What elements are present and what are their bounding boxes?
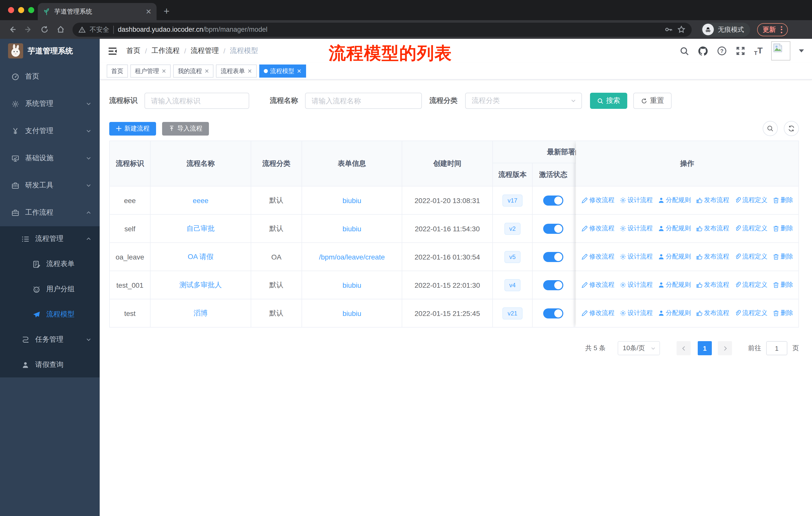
- action-分配规则[interactable]: 分配规则: [658, 224, 691, 233]
- prev-page-button[interactable]: [676, 341, 691, 355]
- refresh-icon[interactable]: [784, 121, 799, 136]
- sidebar-item-流程表单[interactable]: 流程表单: [0, 251, 100, 277]
- action-设计流程[interactable]: 设计流程: [619, 309, 653, 318]
- active-toggle[interactable]: [543, 280, 563, 290]
- active-toggle[interactable]: [543, 308, 563, 318]
- cell-form[interactable]: biubiu: [302, 299, 402, 327]
- import-model-button[interactable]: 导入流程: [162, 122, 209, 135]
- user-avatar[interactable]: [771, 41, 790, 60]
- sidebar-item-用户分组[interactable]: 用户分组: [0, 277, 100, 302]
- cell-form[interactable]: biubiu: [302, 215, 402, 242]
- version-badge[interactable]: v17: [503, 194, 523, 206]
- font-size-icon[interactable]: TT: [754, 46, 763, 56]
- form-link[interactable]: biubiu: [343, 224, 361, 233]
- sidebar-item-首页[interactable]: 首页: [0, 63, 100, 90]
- fullscreen-icon[interactable]: [735, 46, 746, 56]
- action-发布流程[interactable]: 发布流程: [696, 224, 729, 233]
- action-修改流程[interactable]: 修改流程: [581, 309, 614, 318]
- tag-view-首页[interactable]: 首页: [107, 64, 128, 78]
- action-发布流程[interactable]: 发布流程: [696, 309, 729, 318]
- action-发布流程[interactable]: 发布流程: [696, 252, 729, 261]
- form-link[interactable]: biubiu: [343, 281, 361, 289]
- action-设计流程[interactable]: 设计流程: [619, 252, 653, 261]
- tab-close-icon[interactable]: ✕: [146, 7, 151, 16]
- active-toggle[interactable]: [543, 223, 563, 234]
- cell-version[interactable]: v5: [493, 243, 532, 271]
- action-流程定义[interactable]: 流程定义: [734, 309, 767, 318]
- github-icon[interactable]: [698, 46, 708, 56]
- filter-name-input[interactable]: [305, 93, 422, 109]
- browser-update-button[interactable]: 更新: [757, 23, 788, 36]
- next-page-button[interactable]: [718, 341, 732, 355]
- action-分配规则[interactable]: 分配规则: [658, 281, 691, 289]
- sidebar-logo[interactable]: 芋道管理系统: [0, 39, 100, 63]
- filter-category-select[interactable]: 流程分类: [465, 93, 582, 109]
- close-window-icon[interactable]: [8, 7, 14, 13]
- tag-view-租户管理[interactable]: 租户管理✕: [130, 64, 171, 78]
- version-badge[interactable]: v5: [504, 251, 521, 263]
- cell-form[interactable]: biubiu: [302, 186, 402, 214]
- tag-close-icon[interactable]: ✕: [248, 68, 252, 74]
- help-icon[interactable]: ?: [717, 46, 727, 56]
- action-修改流程[interactable]: 修改流程: [581, 281, 614, 289]
- reload-icon[interactable]: [37, 22, 51, 36]
- tag-close-icon[interactable]: ✕: [297, 68, 301, 74]
- form-link[interactable]: biubiu: [343, 196, 361, 204]
- action-删除[interactable]: 删除: [773, 281, 793, 289]
- cell-name[interactable]: eeee: [150, 186, 251, 214]
- page-size-select[interactable]: 10条/页: [618, 341, 660, 355]
- password-key-icon[interactable]: [665, 25, 673, 34]
- cell-active[interactable]: [532, 299, 574, 327]
- new-tab-button[interactable]: +: [164, 5, 169, 17]
- action-发布流程[interactable]: 发布流程: [696, 196, 729, 205]
- collapse-sidebar-icon[interactable]: [108, 46, 117, 56]
- sidebar-item-流程管理[interactable]: 流程管理: [0, 226, 100, 251]
- model-name-link[interactable]: 测试多审批人: [179, 280, 222, 290]
- search-icon[interactable]: [679, 46, 689, 56]
- action-删除[interactable]: 删除: [773, 224, 793, 233]
- action-修改流程[interactable]: 修改流程: [581, 224, 614, 233]
- breadcrumb-item[interactable]: 工作流程: [151, 46, 180, 55]
- tag-close-icon[interactable]: ✕: [204, 68, 209, 74]
- minimize-window-icon[interactable]: [18, 7, 24, 13]
- action-发布流程[interactable]: 发布流程: [696, 281, 729, 289]
- bookmark-star-icon[interactable]: [677, 25, 686, 34]
- tag-view-流程表单[interactable]: 流程表单✕: [216, 64, 257, 78]
- cell-name[interactable]: OA 请假: [150, 243, 251, 271]
- search-button[interactable]: 搜索: [590, 93, 627, 109]
- back-icon[interactable]: [5, 22, 19, 36]
- form-link[interactable]: biubiu: [343, 309, 361, 317]
- action-流程定义[interactable]: 流程定义: [734, 224, 767, 233]
- sidebar-item-工作流程[interactable]: 工作流程: [0, 199, 100, 226]
- model-name-link[interactable]: 自己审批: [186, 224, 215, 233]
- breadcrumb-item[interactable]: 首页: [126, 46, 141, 55]
- cell-version[interactable]: v4: [493, 271, 532, 299]
- cell-version[interactable]: v21: [493, 299, 532, 327]
- action-分配规则[interactable]: 分配规则: [658, 309, 691, 318]
- model-name-link[interactable]: OA 请假: [188, 252, 214, 261]
- action-修改流程[interactable]: 修改流程: [581, 196, 614, 205]
- goto-page-input[interactable]: [766, 341, 787, 355]
- cell-active[interactable]: [532, 271, 574, 299]
- sidebar-item-研发工具[interactable]: 研发工具: [0, 172, 100, 199]
- active-toggle[interactable]: [543, 252, 563, 262]
- action-分配规则[interactable]: 分配规则: [658, 252, 691, 261]
- cell-form[interactable]: biubiu: [302, 271, 402, 299]
- action-设计流程[interactable]: 设计流程: [619, 196, 653, 205]
- current-page-button[interactable]: 1: [698, 341, 712, 355]
- action-设计流程[interactable]: 设计流程: [619, 281, 653, 289]
- sidebar-item-基础设施[interactable]: 基础设施: [0, 145, 100, 172]
- sidebar-item-系统管理[interactable]: 系统管理: [0, 90, 100, 117]
- action-分配规则[interactable]: 分配规则: [658, 196, 691, 205]
- cell-name[interactable]: 测试多审批人: [150, 271, 251, 299]
- tag-view-流程模型[interactable]: 流程模型✕: [259, 64, 306, 78]
- version-badge[interactable]: v2: [504, 222, 521, 235]
- breadcrumb-item[interactable]: 流程管理: [191, 46, 219, 55]
- model-name-link[interactable]: eeee: [193, 196, 208, 204]
- cell-form[interactable]: /bpm/oa/leave/create: [302, 243, 402, 271]
- forward-icon[interactable]: [21, 22, 35, 36]
- browser-tab[interactable]: 芋道管理系统 ✕: [38, 3, 156, 20]
- action-流程定义[interactable]: 流程定义: [734, 196, 767, 205]
- sidebar-item-支付管理[interactable]: 支付管理: [0, 117, 100, 145]
- sidebar-item-请假查询[interactable]: 请假查询: [0, 352, 100, 377]
